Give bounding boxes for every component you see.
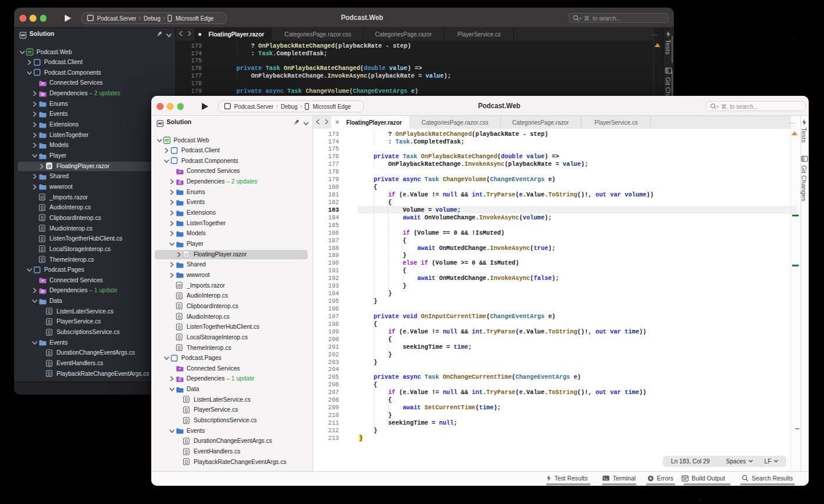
svg-text:{}: {} [48, 351, 51, 355]
svg-text:{}: {} [48, 309, 51, 314]
svg-text:{}: {} [48, 361, 51, 366]
svg-text:{}: {} [48, 330, 51, 335]
svg-text:{}: {} [185, 449, 188, 454]
svg-text:{}: {} [41, 216, 44, 221]
svg-text:{}: {} [41, 226, 44, 231]
svg-text:{}: {} [185, 418, 188, 423]
svg-text:{}: {} [41, 247, 44, 252]
svg-text:{}: {} [178, 314, 181, 319]
svg-text:@: @ [177, 283, 181, 288]
svg-text:{}: {} [41, 236, 44, 241]
svg-text:{}: {} [48, 371, 51, 376]
svg-text:@: @ [184, 252, 189, 257]
svg-text:{}: {} [41, 205, 44, 210]
svg-text:{}: {} [48, 319, 51, 324]
svg-text:{}: {} [178, 293, 181, 298]
svg-text:@: @ [39, 195, 44, 200]
svg-text:{}: {} [185, 439, 188, 443]
svg-text:{}: {} [185, 459, 188, 464]
svg-text:{}: {} [178, 345, 181, 350]
svg-text:{}: {} [178, 325, 181, 329]
svg-text:@: @ [47, 163, 52, 169]
svg-text:{}: {} [185, 408, 188, 412]
svg-text:{}: {} [178, 304, 181, 309]
svg-text:{}: {} [185, 398, 188, 402]
svg-text:{}: {} [41, 257, 44, 262]
svg-text:{}: {} [178, 335, 181, 340]
